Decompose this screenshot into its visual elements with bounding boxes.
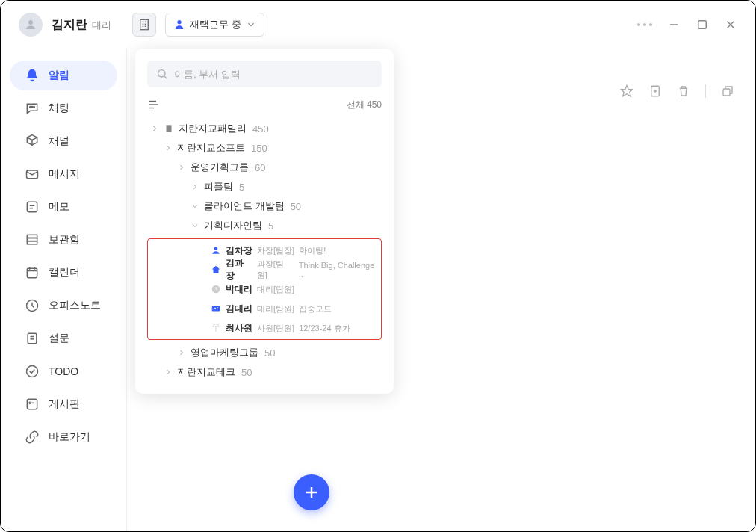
search-icon xyxy=(156,68,168,80)
tree-count: 50 xyxy=(291,201,301,212)
svg-rect-32 xyxy=(27,399,37,409)
tree-item-tech[interactable]: 지란지교테크 50 xyxy=(147,362,382,382)
fab-add[interactable] xyxy=(294,474,329,510)
svg-rect-17 xyxy=(27,202,37,211)
svg-line-40 xyxy=(164,76,167,78)
avatar[interactable] xyxy=(19,13,43,37)
tree-item-soft[interactable]: 지란지교소프트 150 xyxy=(147,138,382,158)
nav-label: 채널 xyxy=(49,134,69,148)
svg-point-0 xyxy=(28,20,33,25)
org-tree: 지란지교패밀리 450 지란지교소프트 150 운영기획그룹 60 피플팀 5 … xyxy=(147,119,382,382)
add-file-icon[interactable] xyxy=(648,84,662,98)
tree-count: 60 xyxy=(255,162,265,173)
svg-rect-23 xyxy=(27,268,37,278)
search-box[interactable] xyxy=(147,61,382,87)
tree-item-client[interactable]: 클라이언트 개발팀 50 xyxy=(147,197,382,216)
chevron-right-icon xyxy=(164,368,173,377)
status-dropdown[interactable]: 재택근무 중 xyxy=(165,13,264,37)
person-icon xyxy=(173,19,185,31)
mail-icon xyxy=(25,167,40,182)
cube-icon xyxy=(25,134,40,149)
member-row[interactable]: 김과장 과장[팀원] Think Big, Challenge .. xyxy=(148,260,381,279)
chevron-right-icon xyxy=(150,124,159,133)
user-rank: 대리 xyxy=(92,19,111,31)
office-icon xyxy=(25,298,40,313)
bell-icon xyxy=(25,68,40,83)
svg-point-14 xyxy=(31,107,33,108)
maximize-button[interactable] xyxy=(695,18,709,31)
plus-icon xyxy=(303,483,320,501)
dnd-icon xyxy=(211,303,221,314)
member-row[interactable]: 최사원 사원[팀원] 12/23-24 휴가 xyxy=(148,318,381,338)
member-row[interactable]: 김차장 차장[팀장] 화이팅! xyxy=(148,241,381,260)
tree-count: 50 xyxy=(241,367,252,378)
svg-point-13 xyxy=(30,107,31,108)
home-icon xyxy=(211,265,221,275)
more-menu[interactable] xyxy=(637,23,652,26)
org-button[interactable] xyxy=(132,13,156,37)
svg-point-45 xyxy=(214,247,218,250)
nav-label: 설문 xyxy=(49,332,69,345)
nav-todo[interactable]: TODO xyxy=(10,356,117,386)
nav-label: 캘린더 xyxy=(49,266,80,279)
tree-item-sales[interactable]: 영업마케팅그룹 50 xyxy=(147,343,382,362)
member-role: 사원[팀원] xyxy=(257,323,294,334)
tree-name: 지란지교테크 xyxy=(177,365,235,379)
nav-shortcut[interactable]: 바로가기 xyxy=(10,422,117,452)
member-name: 김대리 xyxy=(226,303,252,315)
building-small-icon xyxy=(164,123,174,134)
nav-memo[interactable]: 메모 xyxy=(10,192,117,222)
header: 김지란 대리 재택근무 중 xyxy=(1,1,755,49)
members-highlight-box: 김차장 차장[팀장] 화이팅! 김과장 과장[팀원] Think Big, Ch… xyxy=(147,238,382,340)
chevron-right-icon xyxy=(190,182,199,191)
sidebar: 알림 채팅 채널 메시지 메모 보관함 xyxy=(1,49,126,531)
nav-board[interactable]: 게시판 xyxy=(10,389,117,419)
member-row[interactable]: 박대리 대리[팀원] xyxy=(148,279,381,299)
close-button[interactable] xyxy=(724,18,737,31)
vacation-icon xyxy=(211,323,221,333)
svg-marker-34 xyxy=(622,86,633,96)
org-tree-icon[interactable] xyxy=(147,98,161,111)
building-icon xyxy=(137,18,151,31)
nav-channel[interactable]: 채널 xyxy=(10,126,117,156)
svg-point-8 xyxy=(178,20,182,24)
nav-message[interactable]: 메시지 xyxy=(10,159,117,189)
trash-icon[interactable] xyxy=(677,84,690,98)
clock-icon xyxy=(211,284,221,294)
share-icon[interactable] xyxy=(721,84,734,98)
member-status: 화이팅! xyxy=(299,245,326,256)
member-name: 최사원 xyxy=(226,322,252,335)
nav-label: 메시지 xyxy=(49,167,80,181)
user-name: 김지란 xyxy=(52,18,87,31)
calendar-icon xyxy=(25,265,40,280)
member-role: 차장[팀장] xyxy=(257,245,294,256)
svg-rect-44 xyxy=(167,125,172,132)
tree-item-ops[interactable]: 운영기획그룹 60 xyxy=(147,158,382,177)
nav-calendar[interactable]: 캘린더 xyxy=(10,258,117,288)
nav-survey[interactable]: 설문 xyxy=(10,324,117,353)
org-popup: 전체 450 지란지교패밀리 450 지란지교소프트 150 운영기획그룹 60 xyxy=(135,49,394,394)
star-icon[interactable] xyxy=(620,84,633,98)
tree-name: 영업마케팅그룹 xyxy=(190,346,258,359)
tree-count: 50 xyxy=(264,347,275,359)
member-status: 집중모드 xyxy=(299,303,332,315)
member-name: 김차장 xyxy=(226,244,252,257)
minimize-button[interactable] xyxy=(667,18,681,31)
svg-rect-22 xyxy=(27,241,37,244)
nav-label: 메모 xyxy=(49,200,69,214)
nav-officenote[interactable]: 오피스노트 xyxy=(10,291,117,321)
search-input[interactable] xyxy=(174,69,373,80)
member-row[interactable]: 김대리 대리[팀원] 집중모드 xyxy=(148,299,381,318)
nav-archive[interactable]: 보관함 xyxy=(10,225,117,255)
total-count: 전체 450 xyxy=(347,99,382,111)
tree-name: 기획디자인팀 xyxy=(204,219,262,232)
tree-item-people[interactable]: 피플팀 5 xyxy=(147,177,382,197)
nav-label: 게시판 xyxy=(49,398,80,411)
tree-item-design[interactable]: 기획디자인팀 5 xyxy=(147,216,382,235)
nav-chat[interactable]: 채팅 xyxy=(10,93,117,123)
note-icon xyxy=(25,200,40,214)
tree-item-root[interactable]: 지란지교패밀리 450 xyxy=(147,119,382,138)
nav-notifications[interactable]: 알림 xyxy=(10,61,117,90)
person-icon xyxy=(211,245,221,256)
svg-rect-10 xyxy=(698,21,707,29)
